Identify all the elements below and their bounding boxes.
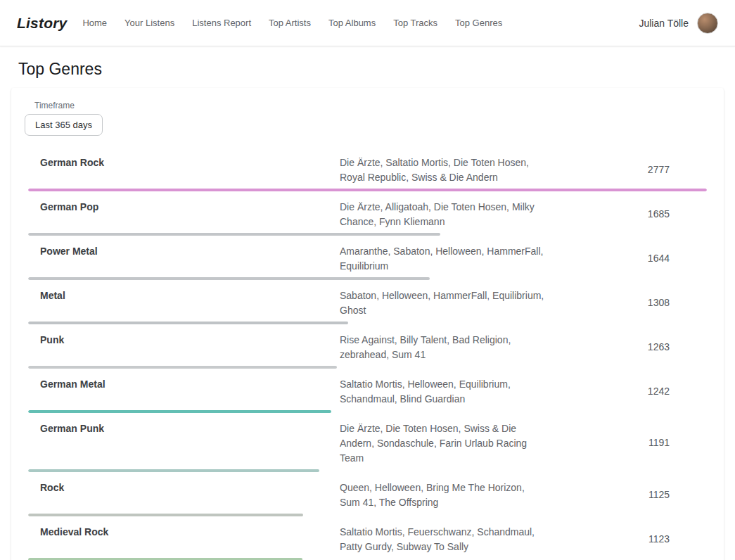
genre-artists: Die Ärzte, Alligatoah, Die Toten Hosen, … — [340, 198, 545, 229]
nav-top-tracks[interactable]: Top Tracks — [393, 18, 437, 28]
genre-artists: Amaranthe, Sabaton, Helloween, HammerFal… — [340, 242, 545, 274]
user-avatar[interactable] — [697, 13, 718, 34]
genre-artists: Queen, Helloween, Bring Me The Horizon, … — [340, 478, 545, 510]
user-name[interactable]: Julian Tölle — [639, 18, 689, 29]
genre-artists: Die Ärzte, Die Toten Hosen, Swiss & Die … — [340, 419, 545, 466]
genre-row: German Rock Die Ärzte, Saltatio Mortis, … — [11, 147, 724, 191]
app-bar: Listory Home Your Listens Listens Report… — [0, 0, 735, 46]
genre-row: German Punk Die Ärzte, Die Toten Hosen, … — [11, 413, 724, 472]
genre-artists: Rise Against, Billy Talent, Bad Religion… — [340, 331, 545, 362]
genre-artists: Saltatio Mortis, Feuerschwanz, Schandmau… — [340, 523, 545, 554]
genre-row: Power Metal Amaranthe, Sabaton, Hellowee… — [11, 236, 724, 280]
page-content: Top Genres Timeframe Last 365 days Germa… — [0, 60, 735, 560]
genre-count: 1123 — [545, 533, 707, 545]
nav-top-artists[interactable]: Top Artists — [269, 18, 311, 28]
genre-artists: Saltatio Mortis, Helloween, Equilibrium,… — [340, 375, 545, 407]
genre-name: Rock — [28, 478, 340, 510]
nav-listens-report[interactable]: Listens Report — [192, 18, 251, 28]
genre-row: Punk Rise Against, Billy Talent, Bad Rel… — [11, 324, 724, 369]
timeframe-select[interactable]: Last 365 days — [25, 114, 103, 136]
app-logo[interactable]: Listory — [17, 15, 67, 32]
genre-name: Punk — [28, 331, 340, 362]
genre-count: 1242 — [545, 386, 707, 397]
genre-name: Power Metal — [28, 242, 340, 274]
genre-name: Metal — [28, 286, 340, 318]
nav-your-listens[interactable]: Your Listens — [124, 18, 174, 28]
page-title: Top Genres — [18, 60, 724, 79]
genre-name: German Pop — [28, 198, 340, 229]
genre-name: German Metal — [28, 375, 340, 407]
genre-count: 1685 — [545, 208, 707, 219]
nav-top-albums[interactable]: Top Albums — [328, 18, 376, 28]
genre-count: 1263 — [545, 341, 707, 352]
genre-count: 1191 — [545, 437, 707, 448]
genres-table: German Rock Die Ärzte, Saltatio Mortis, … — [11, 147, 724, 560]
genre-count: 1644 — [545, 253, 707, 264]
genre-row: Medieval Rock Saltatio Mortis, Feuerschw… — [11, 516, 724, 560]
genre-row: German Pop Die Ärzte, Alligatoah, Die To… — [11, 191, 724, 236]
timeframe-label: Timeframe — [34, 101, 724, 110]
genre-name: Medieval Rock — [28, 523, 340, 554]
genre-name: German Rock — [28, 153, 340, 185]
genre-name: German Punk — [28, 419, 340, 466]
genre-artists: Sabaton, Helloween, HammerFall, Equilibr… — [340, 286, 545, 318]
genre-artists: Die Ärzte, Saltatio Mortis, Die Toten Ho… — [340, 153, 545, 185]
genre-count: 2777 — [545, 164, 707, 175]
genre-count: 1308 — [545, 297, 707, 308]
timeframe-filter: Timeframe Last 365 days — [11, 101, 724, 136]
genre-row: Rock Queen, Helloween, Bring Me The Hori… — [11, 472, 724, 516]
genre-row: German Metal Saltatio Mortis, Helloween,… — [11, 369, 724, 413]
nav-home[interactable]: Home — [82, 18, 107, 28]
genre-count: 1125 — [545, 489, 707, 500]
genre-row: Metal Sabaton, Helloween, HammerFall, Eq… — [11, 280, 724, 324]
main-nav: Home Your Listens Listens Report Top Art… — [82, 18, 502, 28]
top-genres-card: Timeframe Last 365 days German Rock Die … — [11, 88, 724, 560]
nav-top-genres[interactable]: Top Genres — [455, 18, 502, 28]
